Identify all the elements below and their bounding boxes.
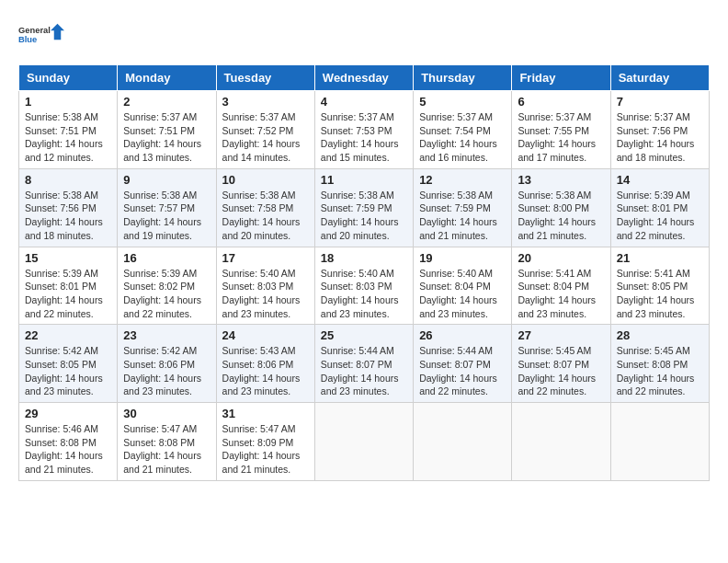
sunset-text: Sunset: 8:07 PM <box>419 359 491 370</box>
minutes-text: and 21 minutes. <box>222 464 291 475</box>
day-info: Sunrise: 5:43 AM Sunset: 8:06 PM Dayligh… <box>222 344 309 398</box>
day-number: 8 <box>25 173 111 187</box>
sunset-text: Sunset: 8:08 PM <box>617 359 688 370</box>
daylight-text: Daylight: 14 hours <box>222 294 301 305</box>
day-info: Sunrise: 5:45 AM Sunset: 8:07 PM Dayligh… <box>518 344 604 398</box>
sunrise-text: Sunrise: 5:39 AM <box>25 268 98 279</box>
day-info: Sunrise: 5:44 AM Sunset: 8:07 PM Dayligh… <box>419 344 506 398</box>
weekday-header-saturday: Saturday <box>610 65 709 91</box>
sunrise-text: Sunrise: 5:38 AM <box>222 190 296 201</box>
day-info: Sunrise: 5:42 AM Sunset: 8:06 PM Dayligh… <box>123 344 210 398</box>
calendar-week-row: 8 Sunrise: 5:38 AM Sunset: 7:56 PM Dayli… <box>19 168 710 247</box>
sunrise-text: Sunrise: 5:44 AM <box>321 345 394 356</box>
minutes-text: and 21 minutes. <box>518 230 586 241</box>
sunset-text: Sunset: 8:04 PM <box>419 281 491 292</box>
sunrise-text: Sunrise: 5:38 AM <box>419 190 493 201</box>
daylight-text: Daylight: 14 hours <box>25 216 103 227</box>
sunrise-text: Sunrise: 5:45 AM <box>518 345 591 356</box>
calendar-cell: 11 Sunrise: 5:38 AM Sunset: 7:59 PM Dayl… <box>314 168 413 247</box>
sunrise-text: Sunrise: 5:45 AM <box>617 345 690 356</box>
day-number: 20 <box>518 251 604 265</box>
minutes-text: and 18 minutes. <box>617 152 686 163</box>
daylight-text: Daylight: 14 hours <box>518 294 596 305</box>
minutes-text: and 20 minutes. <box>222 230 291 241</box>
calendar-cell: 25 Sunrise: 5:44 AM Sunset: 8:07 PM Dayl… <box>314 325 413 403</box>
calendar-cell: 8 Sunrise: 5:38 AM Sunset: 7:56 PM Dayli… <box>19 168 118 247</box>
daylight-text: Daylight: 14 hours <box>419 138 497 149</box>
sunrise-text: Sunrise: 5:40 AM <box>419 268 493 279</box>
sunrise-text: Sunrise: 5:47 AM <box>123 423 197 434</box>
sunrise-text: Sunrise: 5:40 AM <box>321 268 394 279</box>
sunrise-text: Sunrise: 5:41 AM <box>518 268 591 279</box>
calendar-cell: 20 Sunrise: 5:41 AM Sunset: 8:04 PM Dayl… <box>512 247 610 325</box>
sunset-text: Sunset: 8:09 PM <box>222 437 294 448</box>
sunset-text: Sunset: 7:59 PM <box>321 202 392 213</box>
day-info: Sunrise: 5:47 AM Sunset: 8:09 PM Dayligh… <box>222 422 309 477</box>
calendar-cell: 24 Sunrise: 5:43 AM Sunset: 8:06 PM Dayl… <box>216 325 314 403</box>
minutes-text: and 22 minutes. <box>518 385 586 396</box>
daylight-text: Daylight: 14 hours <box>518 373 596 384</box>
calendar-cell: 5 Sunrise: 5:37 AM Sunset: 7:54 PM Dayli… <box>414 91 512 169</box>
header: General Blue <box>18 18 710 55</box>
day-number: 14 <box>617 173 703 187</box>
logo-svg: General Blue <box>18 18 64 55</box>
calendar-cell: 10 Sunrise: 5:38 AM Sunset: 7:58 PM Dayl… <box>216 168 314 247</box>
minutes-text: and 23 minutes. <box>617 308 686 319</box>
calendar-week-row: 1 Sunrise: 5:38 AM Sunset: 7:51 PM Dayli… <box>19 91 710 169</box>
day-info: Sunrise: 5:44 AM Sunset: 8:07 PM Dayligh… <box>321 344 407 398</box>
day-number: 2 <box>123 95 210 109</box>
daylight-text: Daylight: 14 hours <box>123 373 201 384</box>
daylight-text: Daylight: 14 hours <box>617 138 695 149</box>
sunset-text: Sunset: 7:51 PM <box>25 125 97 136</box>
sunset-text: Sunset: 8:01 PM <box>25 281 97 292</box>
sunset-text: Sunset: 8:01 PM <box>617 202 688 213</box>
day-info: Sunrise: 5:40 AM Sunset: 8:03 PM Dayligh… <box>222 267 309 321</box>
sunrise-text: Sunrise: 5:46 AM <box>25 423 98 434</box>
day-info: Sunrise: 5:39 AM Sunset: 8:01 PM Dayligh… <box>617 189 703 243</box>
sunset-text: Sunset: 8:08 PM <box>25 437 97 448</box>
minutes-text: and 22 minutes. <box>419 385 488 396</box>
day-info: Sunrise: 5:40 AM Sunset: 8:03 PM Dayligh… <box>321 267 407 321</box>
day-info: Sunrise: 5:37 AM Sunset: 7:51 PM Dayligh… <box>123 110 210 165</box>
sunset-text: Sunset: 8:02 PM <box>123 281 195 292</box>
day-number: 7 <box>617 95 703 109</box>
day-number: 28 <box>617 328 703 342</box>
day-info: Sunrise: 5:38 AM Sunset: 8:00 PM Dayligh… <box>518 189 604 243</box>
sunrise-text: Sunrise: 5:38 AM <box>25 111 98 122</box>
day-info: Sunrise: 5:41 AM Sunset: 8:04 PM Dayligh… <box>518 267 604 321</box>
minutes-text: and 23 minutes. <box>321 385 390 396</box>
sunrise-text: Sunrise: 5:38 AM <box>321 190 394 201</box>
sunrise-text: Sunrise: 5:37 AM <box>222 111 296 122</box>
day-info: Sunrise: 5:38 AM Sunset: 7:56 PM Dayligh… <box>25 189 111 243</box>
day-info: Sunrise: 5:38 AM Sunset: 7:57 PM Dayligh… <box>123 189 210 243</box>
day-info: Sunrise: 5:39 AM Sunset: 8:01 PM Dayligh… <box>25 267 111 321</box>
calendar-cell <box>512 403 610 481</box>
sunrise-text: Sunrise: 5:38 AM <box>25 190 98 201</box>
minutes-text: and 23 minutes. <box>222 308 291 319</box>
daylight-text: Daylight: 14 hours <box>321 373 399 384</box>
sunset-text: Sunset: 8:00 PM <box>518 202 589 213</box>
calendar-cell: 9 Sunrise: 5:38 AM Sunset: 7:57 PM Dayli… <box>118 168 216 247</box>
sunrise-text: Sunrise: 5:37 AM <box>321 111 394 122</box>
minutes-text: and 23 minutes. <box>222 385 291 396</box>
day-number: 10 <box>222 173 309 187</box>
minutes-text: and 22 minutes. <box>617 230 686 241</box>
minutes-text: and 23 minutes. <box>25 385 94 396</box>
day-number: 23 <box>123 328 210 342</box>
sunset-text: Sunset: 8:07 PM <box>518 359 589 370</box>
minutes-text: and 13 minutes. <box>123 152 192 163</box>
daylight-text: Daylight: 14 hours <box>419 294 497 305</box>
day-number: 15 <box>25 251 111 265</box>
day-number: 4 <box>321 95 407 109</box>
sunrise-text: Sunrise: 5:37 AM <box>123 111 197 122</box>
day-number: 22 <box>25 328 111 342</box>
calendar-cell: 30 Sunrise: 5:47 AM Sunset: 8:08 PM Dayl… <box>118 403 216 481</box>
sunrise-text: Sunrise: 5:37 AM <box>518 111 591 122</box>
svg-text:Blue: Blue <box>18 35 37 44</box>
sunrise-text: Sunrise: 5:39 AM <box>617 190 690 201</box>
weekday-header-thursday: Thursday <box>414 65 512 91</box>
daylight-text: Daylight: 14 hours <box>222 373 301 384</box>
minutes-text: and 21 minutes. <box>419 230 488 241</box>
daylight-text: Daylight: 14 hours <box>25 450 103 461</box>
minutes-text: and 21 minutes. <box>25 464 94 475</box>
